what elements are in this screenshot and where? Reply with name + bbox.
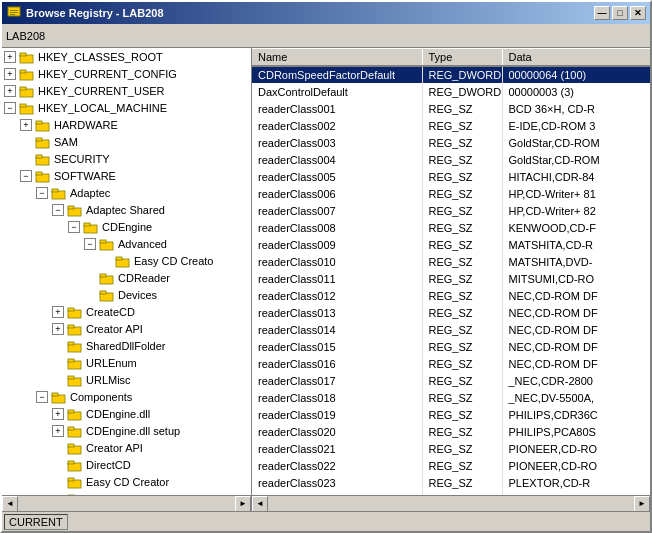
tree-item-classes_root[interactable]: + HKEY_CLASSES_ROOT: [2, 48, 251, 65]
right-scroll-right[interactable]: ►: [634, 496, 650, 512]
table-row[interactable]: DaxControlDefaultREG_DWORD00000003 (3): [252, 83, 650, 100]
tree-label-adaptec: Adaptec: [70, 187, 110, 199]
table-row[interactable]: readerClass017REG_SZ_NEC,CDR-2800: [252, 372, 650, 389]
table-row[interactable]: readerClass020REG_SZPHILIPS,PCA80S: [252, 423, 650, 440]
right-hscroll[interactable]: ◄ ►: [252, 495, 650, 511]
tree-expander-cdengine[interactable]: −: [68, 221, 80, 233]
tree-expander-adaptec_shared[interactable]: −: [52, 204, 64, 216]
registry-table-scroll[interactable]: Name Type Data CDRomSpeedFactorDefaultRE…: [252, 48, 650, 495]
table-row[interactable]: readerClass009REG_SZMATSHITA,CD-R: [252, 236, 650, 253]
svg-rect-47: [68, 410, 74, 413]
tree-item-easy_cd_creator2[interactable]: Easy CD Creator: [2, 473, 251, 490]
tree-item-urlmisc[interactable]: URLMisc: [2, 371, 251, 388]
tree-item-software[interactable]: − SOFTWARE: [2, 167, 251, 184]
table-row[interactable]: readerClass013REG_SZNEC,CD-ROM DF: [252, 304, 650, 321]
tree-item-creator_api[interactable]: + Creator API: [2, 320, 251, 337]
tree-item-createcd[interactable]: + CreateCD: [2, 303, 251, 320]
tree-item-urlenum[interactable]: URLEnum: [2, 354, 251, 371]
table-row[interactable]: CDRomSpeedFactorDefaultREG_DWORD00000064…: [252, 66, 650, 83]
tree-item-components[interactable]: − Components: [2, 388, 251, 405]
tree-item-creator_api2[interactable]: Creator API: [2, 439, 251, 456]
table-row[interactable]: readerClass023REG_SZPLEXTOR,CD-R: [252, 474, 650, 491]
cell-data: NEC,CD-ROM DF: [502, 287, 650, 304]
table-row[interactable]: readerClass006REG_SZHP,CD-Writer+ 81: [252, 185, 650, 202]
column-name[interactable]: Name: [252, 49, 422, 67]
tree-item-cdreader[interactable]: CDReader: [2, 269, 251, 286]
tree-item-current_user[interactable]: + HKEY_CURRENT_USER: [2, 82, 251, 99]
right-pane: Name Type Data CDRomSpeedFactorDefaultRE…: [252, 48, 650, 511]
table-row[interactable]: readerClass011REG_SZMITSUMI,CD-RO: [252, 270, 650, 287]
table-row[interactable]: readerClass015REG_SZNEC,CD-ROM DF: [252, 338, 650, 355]
tree-item-hardware[interactable]: + HARDWARE: [2, 116, 251, 133]
tree-item-cdengine_dll[interactable]: + CDEngine.dll: [2, 405, 251, 422]
tree-item-cdengine[interactable]: − CDEngine: [2, 218, 251, 235]
tree-item-current_config[interactable]: + HKEY_CURRENT_CONFIG: [2, 65, 251, 82]
table-row[interactable]: readerClass016REG_SZNEC,CD-ROM DF: [252, 355, 650, 372]
tree-item-adaptec_shared[interactable]: − Adaptec Shared: [2, 201, 251, 218]
tree-hscroll[interactable]: ◄ ►: [2, 495, 251, 511]
svg-rect-19: [36, 172, 42, 175]
tree-expander-cdengine_dll[interactable]: +: [52, 408, 64, 420]
tree-item-adaptec[interactable]: − Adaptec: [2, 184, 251, 201]
cell-name: readerClass008: [252, 219, 422, 236]
tree-item-shareddllfolder[interactable]: SharedDllFolder: [2, 337, 251, 354]
table-row[interactable]: readerClass012REG_SZNEC,CD-ROM DF: [252, 287, 650, 304]
tree-expander-classes_root[interactable]: +: [4, 51, 16, 63]
cell-name: readerClass009: [252, 236, 422, 253]
table-row[interactable]: readerClass022REG_SZPIONEER,CD-RO: [252, 457, 650, 474]
tree-expander-hardware[interactable]: +: [20, 119, 32, 131]
tree-item-devices[interactable]: Devices: [2, 286, 251, 303]
table-row[interactable]: readerClass019REG_SZPHILIPS,CDR36C: [252, 406, 650, 423]
cell-data: NEC,CD-ROM DF: [502, 355, 650, 372]
table-row[interactable]: readerClass003REG_SZGoldStar,CD-ROM: [252, 134, 650, 151]
table-row[interactable]: readerClass001REG_SZBCD 36×H, CD-R: [252, 100, 650, 117]
tree-expander-current_user[interactable]: +: [4, 85, 16, 97]
cell-name: readerClass006: [252, 185, 422, 202]
tree-expander-adaptec[interactable]: −: [36, 187, 48, 199]
table-row[interactable]: readerClass010REG_SZMATSHITA,DVD-: [252, 253, 650, 270]
tree-expander-local_machine[interactable]: −: [4, 102, 16, 114]
tree-label-sam: SAM: [54, 136, 78, 148]
table-row[interactable]: readerClass007REG_SZHP,CD-Writer+ 82: [252, 202, 650, 219]
cell-name: readerClass004: [252, 151, 422, 168]
tree-item-cdengine_dll_setup[interactable]: + CDEngine.dll setup: [2, 422, 251, 439]
table-row[interactable]: readerClass014REG_SZNEC,CD-ROM DF: [252, 321, 650, 338]
tree-expander-createcd[interactable]: +: [52, 306, 64, 318]
right-scroll-left[interactable]: ◄: [252, 496, 268, 512]
cell-data: BCD 36×H, CD-R: [502, 100, 650, 117]
tree-expander-components[interactable]: −: [36, 391, 48, 403]
cell-type: REG_SZ: [422, 389, 502, 406]
cell-type: REG_SZ: [422, 321, 502, 338]
tree-item-sam[interactable]: SAM: [2, 133, 251, 150]
table-row[interactable]: readerClass018REG_SZ_NEC,DV-5500A,: [252, 389, 650, 406]
table-row[interactable]: readerClass005REG_SZHITACHI,CDR-84: [252, 168, 650, 185]
tree-expander-cdengine_dll_setup[interactable]: +: [52, 425, 64, 437]
tree-scroll-right[interactable]: ►: [235, 496, 251, 512]
tree-scroll-left[interactable]: ◄: [2, 496, 18, 512]
tree-scroll[interactable]: + HKEY_CLASSES_ROOT+ HKEY_CURRENT_CONFIG…: [2, 48, 251, 495]
tree-expander-current_config[interactable]: +: [4, 68, 16, 80]
cell-name: CDRomSpeedFactorDefault: [252, 66, 422, 83]
column-type[interactable]: Type: [422, 49, 502, 67]
tree-item-security[interactable]: SECURITY: [2, 150, 251, 167]
cell-type: REG_SZ: [422, 338, 502, 355]
tree-expander-advanced[interactable]: −: [84, 238, 96, 250]
tree-label-current_user: HKEY_CURRENT_USER: [38, 85, 165, 97]
minimize-button[interactable]: —: [594, 6, 610, 20]
table-row[interactable]: readerClass004REG_SZGoldStar,CD-ROM: [252, 151, 650, 168]
close-button[interactable]: ✕: [630, 6, 646, 20]
folder-icon-cdengine_dll_setup: [67, 424, 83, 438]
tree-label-cdreader: CDReader: [118, 272, 170, 284]
maximize-button[interactable]: □: [612, 6, 628, 20]
column-data[interactable]: Data: [502, 49, 650, 67]
tree-expander-software[interactable]: −: [20, 170, 32, 182]
table-row[interactable]: readerClass008REG_SZKENWOOD,CD-F: [252, 219, 650, 236]
table-row[interactable]: readerClass021REG_SZPIONEER,CD-RO: [252, 440, 650, 457]
tree-item-directcd[interactable]: DirectCD: [2, 456, 251, 473]
tree-expander-creator_api[interactable]: +: [52, 323, 64, 335]
table-row[interactable]: readerClass002REG_SZE-IDE,CD-ROM 3: [252, 117, 650, 134]
cell-data: GoldStar,CD-ROM: [502, 151, 650, 168]
tree-item-easy_cd_creator[interactable]: Easy CD Creato: [2, 252, 251, 269]
tree-item-advanced[interactable]: − Advanced: [2, 235, 251, 252]
tree-item-local_machine[interactable]: − HKEY_LOCAL_MACHINE: [2, 99, 251, 116]
